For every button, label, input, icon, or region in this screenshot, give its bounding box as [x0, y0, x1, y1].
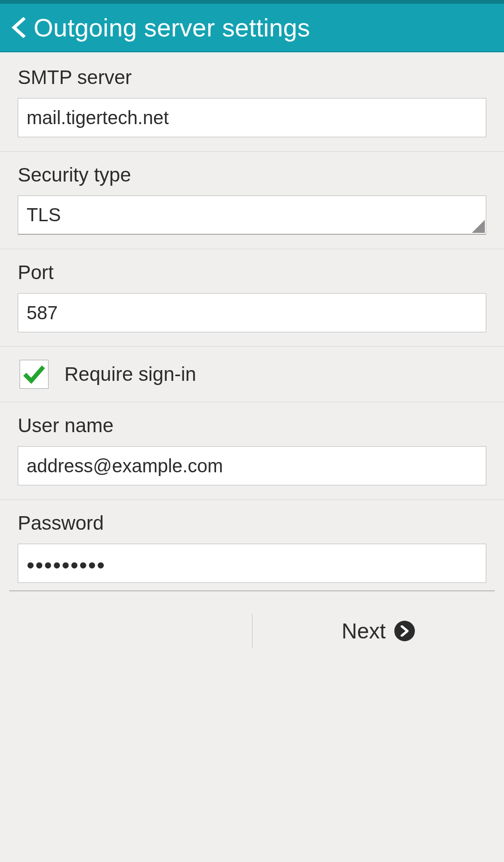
password-label: Password [18, 512, 486, 534]
port-input[interactable] [18, 293, 486, 332]
password-group: Password ••••••••• [0, 500, 504, 588]
require-signin-checkbox[interactable] [20, 360, 49, 389]
password-underline [9, 590, 495, 591]
smtp-input[interactable] [18, 98, 486, 137]
username-group: User name [0, 402, 504, 500]
chevron-right-circle-icon [394, 621, 415, 641]
smtp-label: SMTP server [18, 66, 486, 89]
security-value: TLS [27, 204, 61, 225]
require-signin-row[interactable]: Require sign-in [0, 347, 504, 402]
back-icon[interactable] [8, 17, 29, 38]
page-title: Outgoing server settings [34, 13, 310, 42]
require-signin-label: Require sign-in [64, 363, 196, 385]
password-value: ••••••••• [27, 544, 477, 582]
form-content: SMTP server Security type TLS Port Requi… [0, 52, 504, 658]
username-input[interactable] [18, 446, 486, 485]
security-label: Security type [18, 164, 486, 186]
next-button[interactable]: Next [252, 604, 504, 658]
port-label: Port [18, 261, 486, 284]
security-select[interactable]: TLS [18, 196, 486, 235]
next-label: Next [342, 618, 386, 644]
smtp-group: SMTP server [0, 52, 504, 152]
port-group: Port [0, 249, 504, 347]
password-input[interactable]: ••••••••• [18, 544, 486, 583]
header-bar: Outgoing server settings [0, 4, 504, 52]
checkmark-icon [23, 365, 45, 384]
username-label: User name [18, 414, 486, 437]
footer-spacer [0, 604, 252, 658]
security-group: Security type TLS [0, 152, 504, 249]
dropdown-corner-icon [472, 220, 485, 233]
accent-bar [0, 0, 504, 4]
footer: Next [0, 604, 504, 658]
